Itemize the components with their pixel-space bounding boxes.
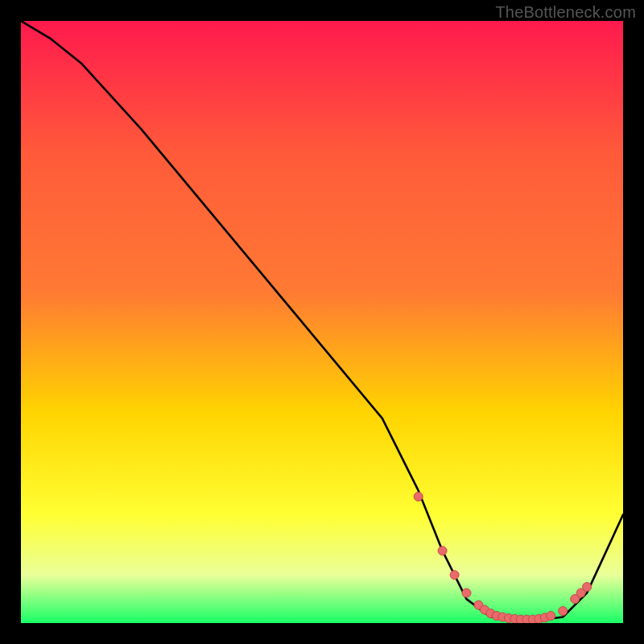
highlight-marker [450,571,459,580]
highlight-marker [583,583,592,592]
chart-svg [21,21,623,623]
highlight-marker [438,547,447,555]
highlight-marker [462,588,471,597]
highlight-marker [414,492,423,501]
gradient-background [21,21,623,623]
watermark-text: TheBottleneck.com [495,3,636,22]
chart-frame: TheBottleneck.com [0,0,644,644]
plot-area [21,21,623,623]
highlight-marker [547,612,555,621]
highlight-marker [559,607,568,616]
